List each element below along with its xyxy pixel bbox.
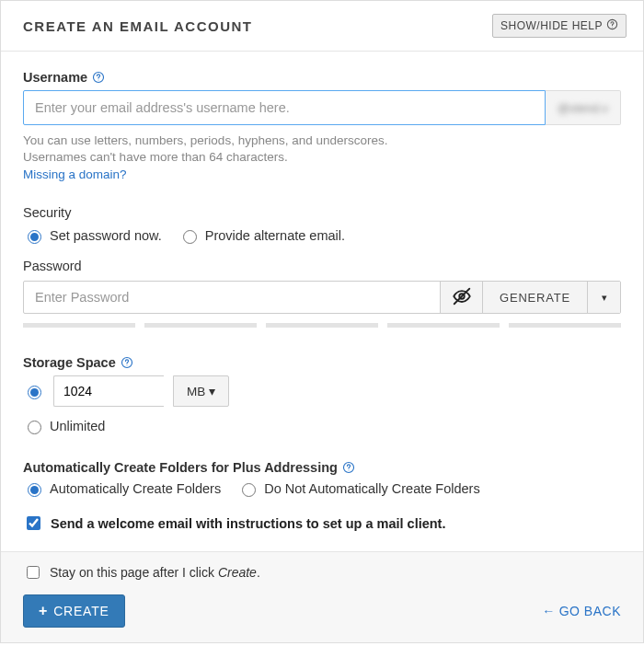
- go-back-label: GO BACK: [559, 604, 621, 618]
- radio-no-auto-folders-label: Do Not Automatically Create Folders: [264, 481, 480, 496]
- question-circle-icon: [606, 18, 618, 33]
- panel-body: Username @xtend.v You can use letters, n…: [1, 52, 643, 533]
- help-button-label: SHOW/HIDE HELP: [500, 19, 603, 32]
- go-back-link[interactable]: ← GO BACK: [542, 604, 621, 618]
- radio-storage-limited[interactable]: [28, 386, 41, 399]
- plus-icon: +: [39, 604, 48, 618]
- domain-suffix-text: @xtend.v: [558, 101, 608, 115]
- panel-header: CREATE AN EMAIL ACCOUNT SHOW/HIDE HELP: [1, 1, 643, 52]
- radio-storage-unlimited-label: Unlimited: [50, 419, 105, 433]
- create-button[interactable]: + CREATE: [23, 594, 125, 628]
- welcome-email-checkbox[interactable]: [27, 516, 40, 530]
- strength-seg: [23, 323, 135, 328]
- show-hide-help-button[interactable]: SHOW/HIDE HELP: [492, 14, 627, 38]
- domain-suffix: @xtend.v: [546, 90, 621, 125]
- radio-set-password[interactable]: Set password now.: [23, 227, 162, 244]
- radio-auto-folders-input[interactable]: [28, 483, 41, 497]
- caret-down-icon: ▾: [602, 292, 607, 304]
- generate-password-button[interactable]: GENERATE: [482, 282, 587, 313]
- plus-addressing-label-row: Automatically Create Folders for Plus Ad…: [23, 460, 621, 475]
- radio-no-auto-folders[interactable]: Do Not Automatically Create Folders: [237, 480, 480, 497]
- radio-alt-email-input[interactable]: [183, 230, 197, 244]
- strength-seg: [387, 323, 500, 328]
- password-input[interactable]: [24, 282, 440, 313]
- create-email-panel: CREATE AN EMAIL ACCOUNT SHOW/HIDE HELP U…: [0, 0, 644, 643]
- security-radio-group: Set password now. Provide alternate emai…: [23, 227, 621, 244]
- eye-off-icon: [452, 286, 472, 309]
- svg-point-3: [98, 79, 99, 80]
- password-visibility-toggle[interactable]: [440, 282, 482, 313]
- arrow-left-icon: ←: [542, 604, 556, 618]
- storage-label-row: Storage Space: [23, 355, 621, 370]
- welcome-email-label: Send a welcome email with instructions t…: [51, 516, 445, 531]
- password-input-row: GENERATE ▾: [23, 281, 621, 314]
- footer-actions: + CREATE ← GO BACK: [23, 594, 621, 628]
- radio-set-password-label: Set password now.: [50, 228, 162, 243]
- username-hint-1: You can use letters, numbers, periods, h…: [23, 133, 621, 149]
- stay-on-page-label: Stay on this page after I click Create.: [50, 565, 260, 580]
- question-circle-icon[interactable]: [342, 461, 355, 474]
- welcome-email-checkbox-row[interactable]: Send a welcome email with instructions t…: [23, 513, 621, 533]
- page-title: CREATE AN EMAIL ACCOUNT: [23, 18, 253, 34]
- radio-auto-folders-label: Automatically Create Folders: [50, 481, 221, 496]
- radio-auto-folders[interactable]: Automatically Create Folders: [23, 480, 221, 497]
- username-input-row: @xtend.v: [23, 90, 621, 125]
- missing-domain-link[interactable]: Missing a domain?: [23, 167, 127, 181]
- plus-addressing-label: Automatically Create Folders for Plus Ad…: [23, 460, 338, 475]
- stay-on-page-row[interactable]: Stay on this page after I click Create.: [23, 563, 621, 582]
- radio-alt-email[interactable]: Provide alternate email.: [178, 227, 345, 244]
- question-circle-icon[interactable]: [92, 71, 105, 84]
- radio-set-password-input[interactable]: [28, 230, 41, 244]
- radio-storage-unlimited[interactable]: Unlimited: [23, 418, 105, 434]
- storage-unit-dropdown[interactable]: MB ▾: [173, 375, 229, 407]
- generate-dropdown-toggle[interactable]: ▾: [587, 282, 620, 313]
- storage-label: Storage Space: [23, 355, 116, 370]
- storage-unit-label: MB: [187, 385, 205, 398]
- strength-seg: [144, 323, 257, 328]
- security-label: Security: [23, 205, 621, 220]
- svg-point-7: [126, 365, 127, 366]
- strength-seg: [509, 323, 621, 328]
- stay-on-page-checkbox[interactable]: [27, 566, 40, 579]
- username-label: Username: [23, 70, 87, 85]
- storage-unlimited-row: Unlimited: [23, 418, 621, 434]
- username-input[interactable]: [23, 90, 546, 125]
- username-hint-2: Usernames can't have more than 64 charac…: [23, 149, 621, 166]
- password-strength-meter: [23, 323, 621, 328]
- panel-footer: Stay on this page after I click Create. …: [1, 551, 643, 642]
- caret-down-icon: ▾: [209, 384, 215, 398]
- svg-point-1: [612, 27, 613, 28]
- storage-size-input[interactable]: [53, 375, 164, 407]
- username-label-row: Username: [23, 70, 621, 85]
- question-circle-icon[interactable]: [121, 356, 133, 369]
- password-label: Password: [23, 259, 621, 273]
- generate-label: GENERATE: [500, 291, 570, 305]
- svg-point-9: [348, 470, 349, 471]
- plus-addressing-radio-group: Automatically Create Folders Do Not Auto…: [23, 480, 621, 497]
- radio-storage-unlimited-input[interactable]: [28, 421, 41, 434]
- radio-no-auto-folders-input[interactable]: [242, 483, 256, 497]
- radio-alt-email-label: Provide alternate email.: [205, 228, 345, 243]
- create-button-label: CREATE: [53, 604, 109, 618]
- storage-limited-row: MB ▾: [23, 375, 621, 407]
- strength-seg: [266, 323, 378, 328]
